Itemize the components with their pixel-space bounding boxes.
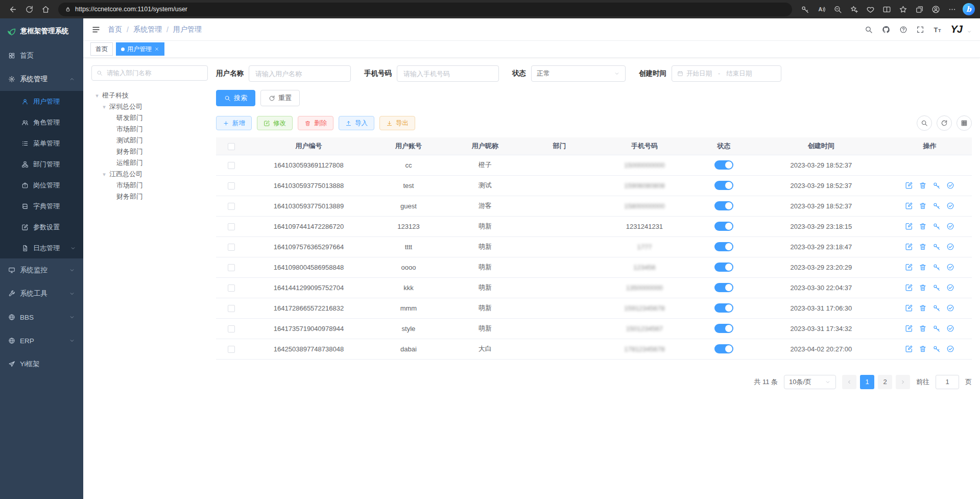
- edit-button[interactable]: [905, 283, 913, 292]
- assign-role-button[interactable]: [946, 222, 954, 230]
- reset-password-button[interactable]: [933, 243, 941, 251]
- assign-role-button[interactable]: [946, 304, 954, 312]
- font-size-icon[interactable]: TT: [933, 25, 942, 34]
- search-icon[interactable]: [865, 26, 873, 34]
- copilot-icon[interactable]: [963, 3, 975, 15]
- edit-button[interactable]: [905, 345, 913, 353]
- reset-password-button[interactable]: [933, 202, 941, 210]
- back-icon[interactable]: [5, 2, 20, 17]
- delete-button[interactable]: [919, 324, 927, 332]
- status-toggle[interactable]: [714, 303, 733, 313]
- sidebar-item-post[interactable]: 岗位管理: [0, 175, 83, 196]
- row-checkbox[interactable]: [228, 203, 235, 210]
- status-toggle[interactable]: [714, 283, 733, 292]
- reload-icon[interactable]: [21, 2, 37, 17]
- sidebar-item-erp[interactable]: ERP: [0, 329, 83, 352]
- reset-password-button[interactable]: [933, 324, 941, 332]
- caret-down-icon[interactable]: [101, 171, 108, 178]
- tree-node[interactable]: 市场部门: [91, 180, 208, 191]
- sidebar-item-tools[interactable]: 系统工具: [0, 282, 83, 305]
- edit-button[interactable]: [905, 222, 913, 230]
- refresh-button[interactable]: [937, 115, 952, 131]
- tree-node[interactable]: 研发部门: [91, 112, 208, 124]
- reset-password-button[interactable]: [933, 181, 941, 189]
- sidebar-item-system[interactable]: 系统管理: [0, 67, 83, 91]
- tree-node[interactable]: 市场部门: [91, 124, 208, 135]
- tree-node[interactable]: 深圳总公司: [91, 101, 208, 112]
- sidebar-item-monitor[interactable]: 系统监控: [0, 258, 83, 282]
- row-checkbox[interactable]: [228, 305, 235, 312]
- page-button-1[interactable]: 1: [860, 375, 874, 389]
- reset-button[interactable]: 重置: [260, 90, 300, 106]
- sidebar-item-menu[interactable]: 菜单管理: [0, 133, 83, 154]
- breadcrumb-item[interactable]: 系统管理: [133, 25, 162, 34]
- row-checkbox[interactable]: [228, 244, 235, 251]
- assign-role-button[interactable]: [946, 202, 954, 210]
- status-select[interactable]: 正常: [531, 65, 626, 82]
- row-checkbox[interactable]: [228, 284, 235, 292]
- edit-button[interactable]: [905, 243, 913, 251]
- sidebar-item-config[interactable]: 参数设置: [0, 217, 83, 237]
- tree-node[interactable]: 测试部门: [91, 135, 208, 146]
- collections-icon[interactable]: [912, 2, 927, 17]
- breadcrumb-item[interactable]: 首页: [108, 25, 122, 34]
- assign-role-button[interactable]: [946, 324, 954, 332]
- prev-page-button[interactable]: [842, 375, 856, 389]
- edit-button[interactable]: [905, 202, 913, 210]
- profile-avatar[interactable]: [928, 2, 943, 17]
- read-aloud-icon[interactable]: A: [814, 2, 829, 17]
- status-toggle[interactable]: [714, 242, 733, 251]
- status-toggle[interactable]: [714, 263, 733, 272]
- dept-search-input[interactable]: [106, 69, 203, 77]
- status-toggle[interactable]: [714, 160, 733, 170]
- add-favorite-icon[interactable]: [846, 2, 862, 17]
- edit-button[interactable]: [905, 181, 913, 189]
- date-range-picker[interactable]: 开始日期 - 结束日期: [672, 65, 781, 82]
- phone-input[interactable]: [402, 69, 493, 78]
- page-button-2[interactable]: 2: [878, 375, 892, 389]
- sidebar-item-bbs[interactable]: BBS: [0, 305, 83, 329]
- delete-button[interactable]: 删除: [298, 116, 333, 130]
- tree-node[interactable]: 橙子科技: [91, 90, 208, 101]
- status-toggle[interactable]: [714, 181, 733, 190]
- row-checkbox[interactable]: [228, 346, 235, 353]
- address-bar[interactable]: https://ccnetcore.com:1101/system/user: [58, 3, 792, 16]
- username-input[interactable]: [254, 69, 345, 78]
- breadcrumb-item[interactable]: 用户管理: [173, 25, 202, 34]
- row-checkbox[interactable]: [228, 223, 235, 230]
- next-page-button[interactable]: [896, 375, 910, 389]
- row-checkbox[interactable]: [228, 162, 235, 169]
- assign-role-button[interactable]: [946, 263, 954, 271]
- sidebar-item-home[interactable]: 首页: [0, 44, 83, 67]
- sidebar-item-log[interactable]: 日志管理: [0, 237, 83, 258]
- assign-role-button[interactable]: [946, 345, 954, 353]
- page-size-select[interactable]: 10条/页: [784, 375, 836, 389]
- edit-button[interactable]: 修改: [257, 116, 293, 130]
- sidebar-item-dept[interactable]: 部门管理: [0, 154, 83, 175]
- tab-user[interactable]: 用户管理: [116, 42, 164, 56]
- tree-node[interactable]: 运维部门: [91, 157, 208, 169]
- row-checkbox[interactable]: [228, 325, 235, 332]
- toggle-search-button[interactable]: [917, 115, 932, 131]
- reset-password-button[interactable]: [933, 345, 941, 353]
- sidebar-item-user[interactable]: 用户管理: [0, 91, 83, 112]
- delete-button[interactable]: [919, 345, 927, 353]
- tree-node[interactable]: 江西总公司: [91, 169, 208, 180]
- edit-button[interactable]: [905, 263, 913, 271]
- edit-button[interactable]: [905, 304, 913, 312]
- delete-button[interactable]: [919, 222, 927, 230]
- chevron-down-icon[interactable]: [967, 29, 972, 34]
- status-toggle[interactable]: [714, 201, 733, 210]
- tree-node[interactable]: 财务部门: [91, 191, 208, 202]
- row-checkbox[interactable]: [228, 264, 235, 271]
- search-button[interactable]: 搜索: [216, 90, 255, 106]
- favorites-icon[interactable]: [895, 2, 911, 17]
- home-icon[interactable]: [38, 2, 53, 17]
- split-screen-icon[interactable]: [879, 2, 894, 17]
- add-button[interactable]: 新增: [216, 116, 252, 130]
- select-all-checkbox[interactable]: [228, 143, 235, 150]
- user-avatar-logo[interactable]: YJ: [951, 23, 962, 35]
- sidebar-item-yi[interactable]: Yi框架: [0, 352, 83, 376]
- caret-down-icon[interactable]: [93, 92, 101, 99]
- import-button[interactable]: 导入: [339, 116, 374, 130]
